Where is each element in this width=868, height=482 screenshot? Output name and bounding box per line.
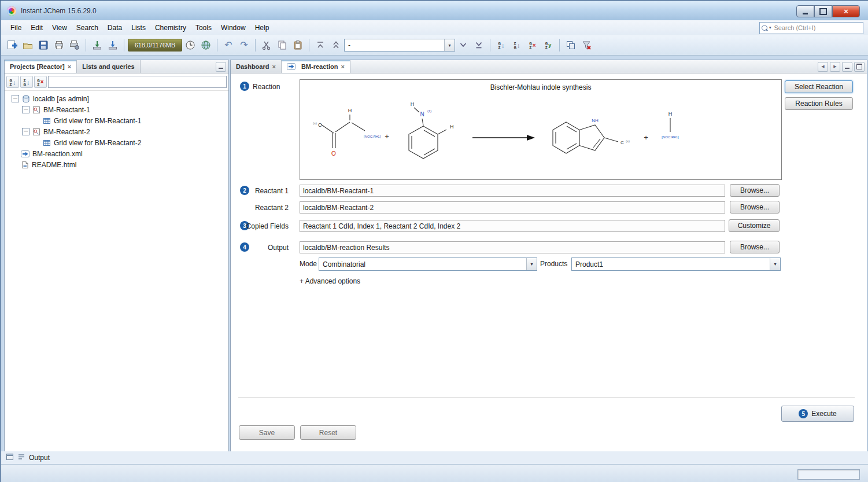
menu-data[interactable]: Data xyxy=(103,22,127,34)
products-select[interactable]: Product1 ▾ xyxy=(571,257,781,271)
validate-schema-button[interactable] xyxy=(456,38,471,53)
select-reaction-button[interactable]: Select Reaction xyxy=(785,80,853,93)
collapse-all-button[interactable] xyxy=(313,38,328,53)
reactant-1-field[interactable] xyxy=(300,185,725,197)
search-dropdown-icon[interactable]: ▾ xyxy=(769,25,771,30)
collapse-toggle-icon[interactable] xyxy=(12,95,19,102)
redo-button[interactable]: ↷ xyxy=(237,38,252,53)
collapse-toggle-icon[interactable] xyxy=(22,128,29,135)
output-field[interactable] xyxy=(300,241,725,253)
menu-window[interactable]: Window xyxy=(216,22,250,34)
menu-file[interactable]: File xyxy=(6,22,26,34)
scroll-tabs-left-button[interactable]: ◀ xyxy=(818,62,828,72)
tab-dashboard[interactable]: Dashboard × xyxy=(231,60,282,73)
tree-item-bm-reactant-2[interactable]: BM-Reactant-2 xyxy=(5,126,228,137)
scroll-tabs-right-button[interactable]: ▶ xyxy=(830,62,840,72)
tree-sort-ascending-button[interactable]: az↓ xyxy=(6,76,19,88)
open-button[interactable] xyxy=(20,38,35,53)
editor-panel: Dashboard × BM-reaction × ◀ ▶ 1 Reaction xyxy=(230,60,867,452)
svg-text:H: H xyxy=(450,124,454,130)
menu-help[interactable]: Help xyxy=(250,22,274,34)
update-center-button[interactable] xyxy=(198,38,213,53)
collapse-toggle-icon[interactable] xyxy=(22,106,29,113)
sort-descending-button[interactable]: za↓ xyxy=(509,38,525,53)
tab-bm-reaction[interactable]: BM-reaction × xyxy=(282,60,350,73)
tab-dashboard-label: Dashboard xyxy=(236,63,269,70)
menu-view[interactable]: View xyxy=(47,22,72,34)
reset-button[interactable]: Reset xyxy=(300,425,356,440)
close-icon[interactable]: × xyxy=(68,64,71,70)
reset-filter-button[interactable] xyxy=(579,38,594,53)
maximize-button[interactable] xyxy=(814,5,832,17)
tab-projects[interactable]: Projects [Reactor] × xyxy=(5,60,77,73)
output-window-icon[interactable] xyxy=(17,453,25,462)
sort-ascending-button[interactable]: az↓ xyxy=(494,38,509,53)
schema-combobox[interactable]: - ▾ xyxy=(344,39,455,51)
reactant-2-field[interactable] xyxy=(300,201,725,214)
window-title: Instant JChem 15.6.29.0 xyxy=(21,7,97,15)
maximize-editor-button[interactable] xyxy=(854,62,865,72)
reaction-file-icon xyxy=(21,150,29,158)
copy-button[interactable] xyxy=(275,38,290,53)
paste-icon xyxy=(293,40,303,50)
quick-search-box[interactable]: ▾ xyxy=(759,22,863,34)
minimize-button[interactable] xyxy=(796,5,814,17)
close-icon[interactable]: × xyxy=(341,64,344,70)
menu-search[interactable]: Search xyxy=(72,22,103,34)
menu-lists[interactable]: Lists xyxy=(127,22,150,34)
menu-chemistry[interactable]: Chemistry xyxy=(150,22,191,34)
minimize-editor-button[interactable] xyxy=(842,62,852,72)
menu-tools[interactable]: Tools xyxy=(191,22,216,34)
bottom-status-strip xyxy=(1,464,868,482)
tab-lists-and-queries[interactable]: Lists and queries xyxy=(77,60,140,73)
tree-item-grid-view-2[interactable]: Grid view for BM-Reactant-2 xyxy=(5,137,228,148)
minimize-left-panel-button[interactable] xyxy=(216,62,226,72)
memory-indicator-button[interactable]: 618,0/1176MB xyxy=(128,39,182,51)
tree-item-grid-view-1[interactable]: Grid view for BM-Reactant-1 xyxy=(5,115,228,126)
tree-sort-descending-button[interactable]: za↓ xyxy=(20,76,33,88)
import-database-button[interactable] xyxy=(105,38,120,53)
search-input[interactable] xyxy=(773,24,861,32)
new-button[interactable] xyxy=(5,38,20,53)
copied-fields-field[interactable] xyxy=(300,220,725,232)
remove-sort-button[interactable]: az× xyxy=(525,38,540,53)
dock-window-icon[interactable] xyxy=(6,453,14,462)
close-icon[interactable]: × xyxy=(272,64,275,70)
tree-item-localdb[interactable]: localdb [as admin] xyxy=(5,93,228,104)
customize-button[interactable]: Customize xyxy=(729,219,780,232)
export-database-button[interactable] xyxy=(90,38,105,53)
save-button[interactable] xyxy=(36,38,51,53)
products-select-arrow-icon[interactable]: ▾ xyxy=(770,258,780,270)
minimize-icon xyxy=(803,13,808,14)
save-button[interactable]: Save xyxy=(239,425,295,440)
mode-select-arrow-icon[interactable]: ▾ xyxy=(526,258,537,270)
output-browse-button[interactable]: Browse... xyxy=(730,241,780,253)
reactant-2-browse-button[interactable]: Browse... xyxy=(730,201,780,214)
tree-filter-input[interactable] xyxy=(48,76,227,88)
close-button[interactable]: × xyxy=(832,5,860,17)
print-settings-button[interactable] xyxy=(67,38,82,53)
print-button[interactable] xyxy=(51,38,67,53)
window-layout-button[interactable] xyxy=(563,38,578,53)
expand-all-button[interactable] xyxy=(328,38,343,53)
execute-button[interactable]: 5 Execute xyxy=(781,406,854,422)
schema-combobox-arrow-icon[interactable]: ▾ xyxy=(444,39,455,51)
mode-select[interactable]: Combinatorial ▾ xyxy=(319,257,537,271)
advanced-options-link[interactable]: + Advanced options xyxy=(300,277,360,285)
menu-edit[interactable]: Edit xyxy=(26,22,47,34)
tree-remove-sort-button[interactable]: az× xyxy=(34,76,47,88)
custom-sort-button[interactable]: azy xyxy=(541,38,556,53)
tab-lists-label: Lists and queries xyxy=(82,63,134,70)
paste-button[interactable] xyxy=(290,38,305,53)
apply-schema-button[interactable] xyxy=(471,38,486,53)
reaction-scheme-panel[interactable]: Bischler-Mohlau indole synthesis (s) C O xyxy=(300,79,782,180)
reaction-rules-button[interactable]: Reaction Rules xyxy=(785,97,853,110)
reactant-1-browse-button[interactable]: Browse... xyxy=(730,184,780,197)
garbage-collect-button[interactable] xyxy=(183,38,198,53)
cut-button[interactable] xyxy=(259,38,274,53)
tree-item-bm-reaction-xml[interactable]: BM-reaction.xml xyxy=(5,148,228,159)
undo-button[interactable]: ↶ xyxy=(221,38,236,53)
tree-item-bm-reactant-1[interactable]: BM-Reactant-1 xyxy=(5,104,228,115)
output-window-label[interactable]: Output xyxy=(29,454,50,462)
tree-item-readme-html[interactable]: README.html xyxy=(5,159,228,170)
